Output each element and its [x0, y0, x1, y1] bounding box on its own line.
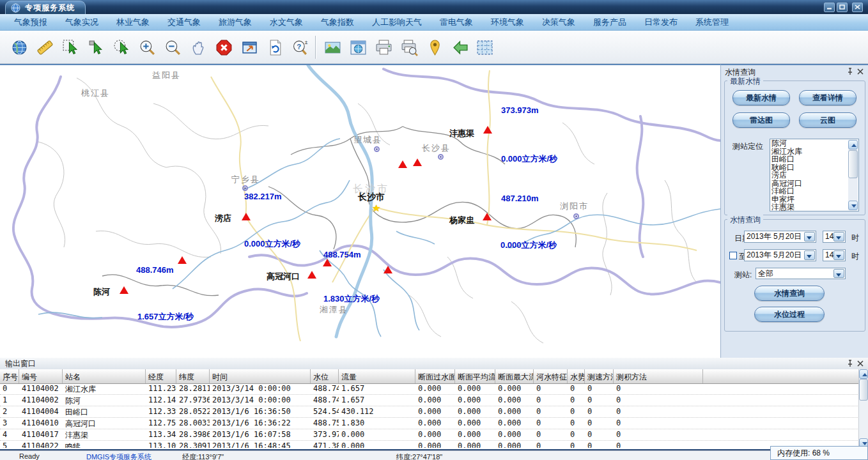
menu-item-10[interactable]: 决策气象 — [533, 14, 584, 30]
table-row[interactable]: 041104002湘江水库111.23000028.2811112013/3/1… — [0, 383, 859, 395]
column-header[interactable]: 经度 — [146, 369, 176, 383]
tool-pan-button[interactable] — [187, 36, 210, 59]
column-header[interactable]: 河水特征码 — [534, 369, 568, 383]
tool-select-features-button[interactable] — [59, 36, 82, 59]
listbox-scrollbar[interactable] — [848, 140, 858, 210]
column-header[interactable]: 站名 — [63, 369, 146, 383]
latest-water-button[interactable]: 最新水情 — [732, 90, 790, 105]
column-header[interactable]: 水位 — [311, 369, 339, 383]
tool-print-button[interactable] — [372, 36, 395, 59]
map-canvas[interactable]: 益阳县桃江县宁乡县望城县长沙县浏阳市湘潭县长沙市长沙市涝店陈河高冠河口沣惠渠杨家… — [0, 64, 720, 358]
chevron-down-icon[interactable] — [833, 250, 844, 260]
menu-item-5[interactable]: 水文气象 — [261, 14, 312, 30]
tool-zoom-in-button[interactable] — [136, 36, 159, 59]
column-header[interactable]: 测速方法 — [585, 369, 614, 383]
pin-icon[interactable] — [846, 360, 854, 367]
station-list-item[interactable]: 沣峪口 — [770, 187, 858, 195]
date-combo[interactable]: 2013年 5月20日 — [744, 231, 816, 243]
tool-overview-window-button[interactable] — [346, 36, 369, 59]
tool-identify-button[interactable]: ? ± — [289, 36, 312, 59]
table-row[interactable]: 541104022鸣犊113.10944428.3091672013/1/6 1… — [0, 441, 859, 448]
close-button[interactable] — [852, 3, 863, 12]
tool-zoom-out-button[interactable] — [161, 36, 184, 59]
tool-globe-button[interactable] — [8, 36, 31, 59]
table-row[interactable]: 341104010高冠河口112.75722228.0033332013/1/6… — [0, 418, 859, 429]
table-row[interactable]: 141104002陈河112.14777827.9736112013/3/14 … — [0, 395, 859, 406]
station-marker-icon[interactable] — [307, 271, 316, 279]
station-marker-icon[interactable] — [178, 256, 187, 264]
menu-item-9[interactable]: 环境气象 — [482, 14, 533, 30]
radar-chart-button[interactable]: 雷达图 — [732, 112, 790, 128]
table-body[interactable]: 041104002湘江水库111.23000028.2811112013/3/1… — [0, 383, 859, 448]
menu-item-3[interactable]: 交通气象 — [159, 14, 210, 30]
column-header[interactable]: 流量 — [339, 369, 415, 383]
menu-item-6[interactable]: 气象指数 — [312, 14, 363, 30]
station-marker-icon[interactable] — [323, 259, 332, 266]
station-marker-icon[interactable] — [120, 286, 128, 294]
tool-select-element-button[interactable] — [84, 36, 107, 59]
tool-grid-map-button[interactable] — [473, 36, 496, 59]
tool-print-preview-button[interactable] — [398, 36, 421, 59]
station-list-item[interactable]: 田峪口 — [770, 155, 858, 164]
column-header[interactable]: 断面最大流 — [495, 369, 534, 383]
column-header[interactable]: 测积方法 — [614, 369, 703, 383]
view-details-button[interactable]: 查看详情 — [799, 90, 856, 105]
station-marker-icon[interactable] — [483, 126, 492, 134]
scroll-thumb[interactable] — [859, 379, 868, 401]
cloud-image-button[interactable]: 云图 — [799, 112, 856, 128]
table-scrollbar[interactable] — [858, 369, 868, 448]
maximize-button[interactable] — [837, 3, 848, 12]
menu-item-11[interactable]: 服务产品 — [584, 14, 635, 30]
to-checkbox[interactable] — [729, 252, 737, 259]
tool-stop-button[interactable] — [212, 36, 235, 59]
end-date-combo[interactable]: 2013年 5月20日 — [744, 249, 816, 261]
station-list-item[interactable]: 陈河 — [770, 139, 858, 148]
scroll-up-icon[interactable] — [859, 369, 868, 379]
column-header[interactable]: 纬度 — [176, 369, 210, 383]
column-header[interactable]: 编号 — [19, 369, 63, 383]
station-marker-icon[interactable] — [398, 160, 407, 168]
column-header[interactable]: 断面过水面 — [415, 369, 455, 383]
column-header[interactable]: 时间 — [210, 369, 311, 383]
chevron-down-icon[interactable] — [833, 269, 844, 278]
scroll-up-icon[interactable] — [848, 140, 858, 150]
table-row[interactable]: 241104004田峪口112.33916728.0522222013/1/6 … — [0, 406, 859, 418]
station-listbox[interactable]: 陈河湘江水库田峪口耿峪口涝店高冠河口沣峪口申家坪沣惠渠 — [770, 139, 859, 211]
scroll-thumb[interactable] — [848, 150, 858, 178]
menu-item-7[interactable]: 人工影响天气 — [363, 14, 431, 30]
window-title-tab[interactable]: 专项服务系统 — [5, 1, 86, 15]
column-header[interactable]: 水势 — [568, 369, 585, 383]
menu-item-2[interactable]: 林业气象 — [107, 14, 159, 30]
station-list-item[interactable]: 沣惠渠 — [770, 203, 858, 211]
tool-measure-button[interactable] — [33, 36, 56, 59]
water-level-process-button[interactable]: 水位过程 — [754, 307, 825, 322]
station-list-item[interactable]: 涝店 — [770, 171, 858, 180]
scroll-down-icon[interactable] — [848, 201, 858, 210]
hour-combo[interactable]: 14 — [823, 231, 846, 243]
menu-item-13[interactable]: 系统管理 — [686, 14, 738, 30]
menu-item-0[interactable]: 气象预报 — [5, 14, 56, 30]
column-header[interactable]: 断面平均流 — [455, 369, 495, 383]
pin-icon[interactable] — [846, 68, 854, 75]
chevron-down-icon[interactable] — [804, 250, 815, 260]
output-close-icon[interactable] — [856, 360, 864, 367]
minimize-button[interactable] — [824, 3, 835, 12]
chevron-down-icon[interactable] — [804, 232, 815, 241]
station-marker-icon[interactable] — [483, 213, 492, 220]
station-combo[interactable]: 全部 — [756, 268, 846, 279]
tool-full-extent-button[interactable] — [238, 36, 261, 59]
chevron-down-icon[interactable] — [833, 232, 844, 241]
panel-close-icon[interactable] — [856, 68, 864, 75]
menu-item-8[interactable]: 雷电气象 — [431, 14, 482, 30]
menu-item-12[interactable]: 日常发布 — [635, 14, 686, 30]
station-marker-icon[interactable] — [413, 158, 422, 166]
water-query-button[interactable]: 水情查询 — [754, 286, 825, 301]
column-header[interactable]: 序号 — [0, 369, 19, 383]
station-marker-icon[interactable] — [384, 266, 392, 273]
tool-export-image-button[interactable] — [321, 36, 344, 59]
tool-locate-pin-button[interactable] — [423, 36, 446, 59]
menu-item-1[interactable]: 气象实况 — [56, 14, 107, 30]
end-hour-combo[interactable]: 14 — [823, 249, 846, 261]
table-row[interactable]: 441104017沣惠渠113.34527828.3986112013/1/6 … — [0, 429, 859, 441]
tool-select-circle-button[interactable] — [110, 36, 133, 59]
